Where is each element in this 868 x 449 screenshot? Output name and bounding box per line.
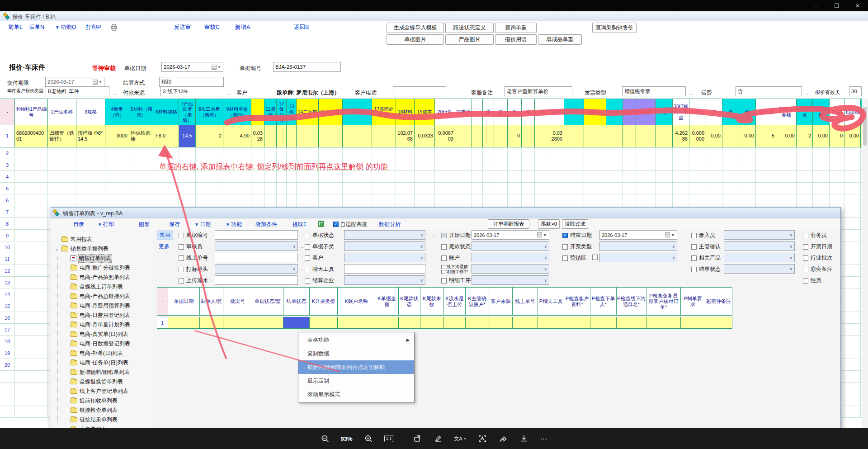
quote-col-header[interactable]: 扣提: [830, 99, 844, 125]
quote-cell[interactable]: [522, 125, 535, 147]
data-analysis-link[interactable]: 数据分析: [379, 221, 401, 228]
checkbox[interactable]: [179, 233, 184, 238]
quote-col-header[interactable]: 价: [508, 99, 522, 125]
checkbox[interactable]: [803, 278, 808, 284]
quote-col-header[interactable]: 11师傅: [264, 99, 277, 125]
quote-cell[interactable]: [277, 125, 287, 147]
quote-col-header[interactable]: 6材料规格: [154, 99, 179, 125]
tree-item-链接检查单列表[interactable]: 链接检查单列表: [64, 406, 118, 415]
calendar-icon[interactable]: ▼: [212, 65, 221, 70]
quote-col-header[interactable]: 3规格: [76, 99, 105, 125]
more-options-icon[interactable]: ⋯: [540, 435, 548, 443]
quote-col-header[interactable]: （康填）: [584, 99, 606, 125]
result-col-header[interactable]: K尾款未收: [420, 287, 444, 316]
menu-item-前单L[interactable]: 前单L: [8, 24, 23, 32]
dialog-menu-目录[interactable]: 目录: [73, 221, 84, 228]
dialog-button-订单明细报表[interactable]: 订单明细报表: [488, 219, 529, 229]
result-cell[interactable]: [564, 317, 590, 329]
filter-field-结算企业[interactable]: ∨: [344, 275, 425, 285]
menu-item-审核C[interactable]: 审核C: [204, 24, 220, 32]
result-cell[interactable]: [399, 317, 420, 329]
result-col-header[interactable]: K主管确认账户*: [466, 287, 489, 316]
filter-field-线上单号[interactable]: [215, 253, 298, 262]
quote-col-header[interactable]: 17表面处理费/: [372, 99, 396, 125]
result-col-header[interactable]: P聊天工具: [538, 287, 564, 316]
translate-icon[interactable]: 文A▼: [454, 435, 467, 442]
dialog-button-清除过滤[interactable]: 清除过滤: [562, 219, 588, 229]
zoom-in-icon[interactable]: [363, 434, 373, 444]
quote-cell[interactable]: 0.00: [739, 125, 756, 147]
tree-item-销售类单据列表[interactable]: ⌄销售类单据列表: [55, 244, 108, 254]
result-cell[interactable]: [466, 317, 489, 329]
vertical-scrollbar[interactable]: [862, 99, 868, 428]
phone-field[interactable]: [393, 86, 446, 96]
filter-field-stacked[interactable]: ∨: [472, 264, 549, 274]
small-checkbox[interactable]: [592, 255, 598, 260]
result-col-header[interactable]: 客户来源: [489, 287, 513, 316]
quote-col-header[interactable]: 单价: [606, 99, 623, 125]
quote-cell[interactable]: 0.032800: [549, 125, 564, 147]
quote-col-header[interactable]: 毛利: [623, 99, 636, 125]
menu-item-功能O[interactable]: ▼功能O: [55, 24, 76, 32]
quote-cell[interactable]: 凹槽套（铁镀锌）: [48, 125, 76, 147]
printer-icon[interactable]: [110, 24, 118, 32]
filter-group-common[interactable]: 常用: [157, 231, 173, 240]
checkbox[interactable]: [441, 270, 445, 274]
result-col-header[interactable]: P检查下单人*: [590, 287, 617, 316]
quote-col-header[interactable]: （填）: [535, 99, 549, 125]
filter-field-单据编号[interactable]: [215, 230, 298, 240]
dialog-menu-附加条件[interactable]: 附加条件: [255, 221, 277, 228]
quote-col-header[interactable]: 38天点: [756, 99, 776, 125]
quote-cell[interactable]: 3000: [105, 125, 129, 147]
tree-item-销售订单列表[interactable]: 销售订单列表: [64, 254, 111, 263]
quote-cell[interactable]: [343, 125, 372, 147]
quote-col-header[interactable]: 重: [494, 99, 508, 125]
quote-cell[interactable]: [297, 125, 319, 147]
filter-field-开票类型[interactable]: ∨: [599, 241, 677, 251]
result-cell[interactable]: [538, 317, 564, 329]
actual-size-button[interactable]: 1:1: [384, 435, 394, 442]
share-icon[interactable]: [498, 434, 508, 444]
result-col-header[interactable]: K尾款状态: [399, 287, 420, 316]
quote-cell[interactable]: [372, 125, 396, 147]
result-col-header[interactable]: -: [157, 287, 168, 316]
result-cell[interactable]: [444, 317, 466, 329]
lookup-dots[interactable]: ..: [228, 90, 231, 95]
lookup-dots[interactable]: ..: [113, 90, 117, 95]
quote-col-header[interactable]: 5材料（康选）: [129, 99, 154, 125]
quote-cell[interactable]: 5: [756, 125, 776, 147]
quote-cell[interactable]: [455, 125, 472, 147]
filter-field-相关产品[interactable]: ∨: [724, 253, 795, 262]
checkbox[interactable]: [305, 255, 310, 261]
filter-field-录入员[interactable]: ∨: [724, 230, 795, 240]
filter-field-打标抬头[interactable]: ∨: [215, 264, 298, 274]
quote-cell[interactable]: [623, 125, 636, 147]
result-col-header[interactable]: 制单人/监: [200, 287, 223, 316]
quote-cell[interactable]: 0.00: [813, 125, 830, 147]
button-填成品单重[interactable]: 填成品单重: [538, 34, 582, 45]
bill-no-field[interactable]: BJA-26-0137: [273, 62, 341, 72]
checkbox-checked[interactable]: [441, 233, 447, 238]
result-cell[interactable]: [168, 317, 200, 329]
autofit-checkbox[interactable]: 自适应高度: [333, 221, 367, 228]
menu-item-新增A[interactable]: 新增A: [235, 24, 250, 32]
result-cell[interactable]: [200, 317, 223, 329]
result-cell[interactable]: [705, 317, 732, 329]
quote-col-header[interactable]: 21自产: [455, 99, 472, 125]
quote-cell[interactable]: [472, 125, 483, 147]
scrollbar-thumb[interactable]: [863, 107, 867, 146]
quote-col-header[interactable]: 15二次加: [319, 99, 343, 125]
quote-cell[interactable]: 0.006703: [435, 125, 455, 147]
result-col-header[interactable]: 单据日期: [168, 287, 200, 316]
quote-col-header[interactable]: 7产品长度（康填）: [179, 99, 196, 125]
freight-field[interactable]: 含: [736, 86, 802, 96]
tree-item-电商-推广分链接列表[interactable]: 电商-推广分链接列表: [64, 263, 130, 273]
tree-item-链接结果单列表[interactable]: 链接结果单列表: [64, 415, 118, 425]
result-col-header[interactable]: K单据金额: [375, 287, 399, 316]
result-cell[interactable]: [617, 317, 646, 329]
checkbox[interactable]: [562, 255, 568, 261]
tree-item-电商-任务单(日)列表[interactable]: 电商-任务单(日)列表: [64, 358, 128, 368]
result-col-header[interactable]: K开票类型: [310, 287, 338, 316]
quote-cell[interactable]: 4.26286: [673, 125, 689, 147]
context-menu-item-表格功能[interactable]: 表格功能▶: [298, 333, 414, 347]
